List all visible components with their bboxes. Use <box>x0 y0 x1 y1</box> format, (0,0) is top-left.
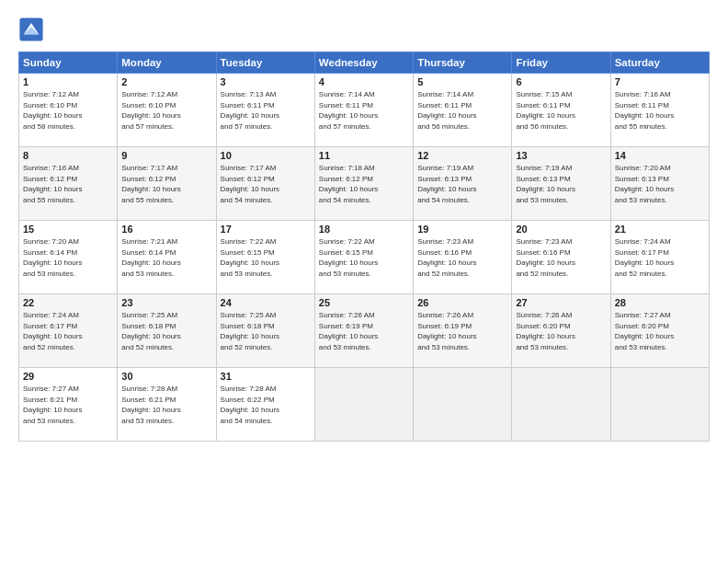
day-number: 29 <box>23 371 113 382</box>
day-info: Sunrise: 7:25 AM Sunset: 6:18 PM Dayligh… <box>221 310 311 352</box>
logo <box>18 17 48 42</box>
day-info: Sunrise: 7:17 AM Sunset: 6:12 PM Dayligh… <box>221 163 311 205</box>
calendar-cell: 16Sunrise: 7:21 AM Sunset: 6:14 PM Dayli… <box>118 221 216 294</box>
day-number: 21 <box>615 224 705 235</box>
calendar-week-row: 1Sunrise: 7:12 AM Sunset: 6:10 PM Daylig… <box>19 74 710 147</box>
calendar-cell: 11Sunrise: 7:18 AM Sunset: 6:12 PM Dayli… <box>314 147 413 221</box>
day-info: Sunrise: 7:26 AM Sunset: 6:20 PM Dayligh… <box>516 310 606 352</box>
header <box>18 17 710 42</box>
day-info: Sunrise: 7:14 AM Sunset: 6:11 PM Dayligh… <box>417 89 507 132</box>
calendar-cell: 3Sunrise: 7:13 AM Sunset: 6:11 PM Daylig… <box>216 74 314 147</box>
day-info: Sunrise: 7:15 AM Sunset: 6:11 PM Dayligh… <box>516 89 606 132</box>
calendar-cell: 8Sunrise: 7:16 AM Sunset: 6:12 PM Daylig… <box>19 147 118 221</box>
day-number: 25 <box>319 297 409 308</box>
day-number: 13 <box>516 150 606 161</box>
calendar-week-row: 22Sunrise: 7:24 AM Sunset: 6:17 PM Dayli… <box>19 294 710 368</box>
page: SundayMondayTuesdayWednesdayThursdayFrid… <box>0 0 728 563</box>
calendar-cell: 7Sunrise: 7:16 AM Sunset: 6:11 PM Daylig… <box>610 74 709 147</box>
day-info: Sunrise: 7:13 AM Sunset: 6:11 PM Dayligh… <box>221 89 311 132</box>
day-info: Sunrise: 7:21 AM Sunset: 6:14 PM Dayligh… <box>121 236 211 279</box>
day-number: 16 <box>121 224 211 235</box>
day-number: 31 <box>221 371 311 382</box>
day-number: 11 <box>319 150 409 161</box>
day-number: 9 <box>121 150 211 161</box>
day-number: 17 <box>221 224 311 235</box>
calendar-cell: 4Sunrise: 7:14 AM Sunset: 6:11 PM Daylig… <box>314 74 413 147</box>
calendar-cell: 20Sunrise: 7:23 AM Sunset: 6:16 PM Dayli… <box>512 221 610 294</box>
calendar-cell: 31Sunrise: 7:28 AM Sunset: 6:22 PM Dayli… <box>216 368 314 442</box>
calendar-header-wednesday: Wednesday <box>314 52 413 74</box>
day-info: Sunrise: 7:12 AM Sunset: 6:10 PM Dayligh… <box>121 89 211 132</box>
day-info: Sunrise: 7:26 AM Sunset: 6:19 PM Dayligh… <box>417 310 507 352</box>
calendar-week-row: 8Sunrise: 7:16 AM Sunset: 6:12 PM Daylig… <box>19 147 710 221</box>
day-info: Sunrise: 7:19 AM Sunset: 6:13 PM Dayligh… <box>417 163 507 205</box>
calendar-header-tuesday: Tuesday <box>216 52 314 74</box>
day-info: Sunrise: 7:20 AM Sunset: 6:13 PM Dayligh… <box>615 163 705 205</box>
day-info: Sunrise: 7:22 AM Sunset: 6:15 PM Dayligh… <box>221 236 311 279</box>
day-info: Sunrise: 7:20 AM Sunset: 6:14 PM Dayligh… <box>23 236 113 279</box>
day-number: 12 <box>417 150 507 161</box>
day-number: 28 <box>615 297 705 308</box>
calendar-week-row: 15Sunrise: 7:20 AM Sunset: 6:14 PM Dayli… <box>19 221 710 294</box>
day-number: 6 <box>516 76 606 87</box>
day-number: 15 <box>23 224 113 235</box>
day-number: 19 <box>417 224 507 235</box>
calendar-cell <box>314 368 413 442</box>
day-info: Sunrise: 7:27 AM Sunset: 6:20 PM Dayligh… <box>615 310 705 352</box>
day-info: Sunrise: 7:24 AM Sunset: 6:17 PM Dayligh… <box>23 310 113 352</box>
day-info: Sunrise: 7:27 AM Sunset: 6:21 PM Dayligh… <box>23 384 113 426</box>
calendar-cell: 23Sunrise: 7:25 AM Sunset: 6:18 PM Dayli… <box>118 294 216 368</box>
day-info: Sunrise: 7:14 AM Sunset: 6:11 PM Dayligh… <box>319 89 409 132</box>
calendar-cell: 29Sunrise: 7:27 AM Sunset: 6:21 PM Dayli… <box>19 368 118 442</box>
day-info: Sunrise: 7:28 AM Sunset: 6:22 PM Dayligh… <box>221 384 311 426</box>
day-number: 3 <box>221 76 311 87</box>
calendar-cell: 5Sunrise: 7:14 AM Sunset: 6:11 PM Daylig… <box>414 74 512 147</box>
day-number: 18 <box>319 224 409 235</box>
day-number: 26 <box>417 297 507 308</box>
day-number: 27 <box>516 297 606 308</box>
day-number: 30 <box>121 371 211 382</box>
day-number: 14 <box>615 150 705 161</box>
calendar-cell: 18Sunrise: 7:22 AM Sunset: 6:15 PM Dayli… <box>314 221 413 294</box>
day-info: Sunrise: 7:25 AM Sunset: 6:18 PM Dayligh… <box>121 310 211 352</box>
day-info: Sunrise: 7:12 AM Sunset: 6:10 PM Dayligh… <box>23 89 113 132</box>
calendar-header-monday: Monday <box>118 52 216 74</box>
calendar-cell: 24Sunrise: 7:25 AM Sunset: 6:18 PM Dayli… <box>216 294 314 368</box>
calendar-cell: 12Sunrise: 7:19 AM Sunset: 6:13 PM Dayli… <box>414 147 512 221</box>
day-number: 8 <box>23 150 113 161</box>
day-info: Sunrise: 7:28 AM Sunset: 6:21 PM Dayligh… <box>121 384 211 426</box>
day-number: 24 <box>221 297 311 308</box>
day-number: 10 <box>221 150 311 161</box>
calendar-cell: 6Sunrise: 7:15 AM Sunset: 6:11 PM Daylig… <box>512 74 610 147</box>
calendar-header-friday: Friday <box>512 52 610 74</box>
day-info: Sunrise: 7:16 AM Sunset: 6:12 PM Dayligh… <box>23 163 113 205</box>
day-info: Sunrise: 7:18 AM Sunset: 6:12 PM Dayligh… <box>319 163 409 205</box>
day-info: Sunrise: 7:23 AM Sunset: 6:16 PM Dayligh… <box>516 236 606 279</box>
day-number: 20 <box>516 224 606 235</box>
calendar-cell: 1Sunrise: 7:12 AM Sunset: 6:10 PM Daylig… <box>19 74 118 147</box>
calendar-cell: 21Sunrise: 7:24 AM Sunset: 6:17 PM Dayli… <box>610 221 709 294</box>
calendar-cell: 28Sunrise: 7:27 AM Sunset: 6:20 PM Dayli… <box>610 294 709 368</box>
day-info: Sunrise: 7:22 AM Sunset: 6:15 PM Dayligh… <box>319 236 409 279</box>
calendar-cell: 2Sunrise: 7:12 AM Sunset: 6:10 PM Daylig… <box>118 74 216 147</box>
calendar-cell <box>414 368 512 442</box>
calendar-cell: 17Sunrise: 7:22 AM Sunset: 6:15 PM Dayli… <box>216 221 314 294</box>
day-info: Sunrise: 7:16 AM Sunset: 6:11 PM Dayligh… <box>615 89 705 132</box>
calendar-cell: 30Sunrise: 7:28 AM Sunset: 6:21 PM Dayli… <box>118 368 216 442</box>
calendar-header-row: SundayMondayTuesdayWednesdayThursdayFrid… <box>19 52 710 74</box>
calendar-cell: 27Sunrise: 7:26 AM Sunset: 6:20 PM Dayli… <box>512 294 610 368</box>
calendar-header-saturday: Saturday <box>610 52 709 74</box>
calendar-header-thursday: Thursday <box>414 52 512 74</box>
calendar-cell: 25Sunrise: 7:26 AM Sunset: 6:19 PM Dayli… <box>314 294 413 368</box>
calendar-cell: 13Sunrise: 7:19 AM Sunset: 6:13 PM Dayli… <box>512 147 610 221</box>
calendar-cell <box>610 368 709 442</box>
calendar-cell: 14Sunrise: 7:20 AM Sunset: 6:13 PM Dayli… <box>610 147 709 221</box>
day-number: 4 <box>319 76 409 87</box>
calendar-cell: 10Sunrise: 7:17 AM Sunset: 6:12 PM Dayli… <box>216 147 314 221</box>
calendar-cell: 26Sunrise: 7:26 AM Sunset: 6:19 PM Dayli… <box>414 294 512 368</box>
day-info: Sunrise: 7:26 AM Sunset: 6:19 PM Dayligh… <box>319 310 409 352</box>
day-info: Sunrise: 7:17 AM Sunset: 6:12 PM Dayligh… <box>121 163 211 205</box>
calendar-week-row: 29Sunrise: 7:27 AM Sunset: 6:21 PM Dayli… <box>19 368 710 442</box>
calendar-cell: 9Sunrise: 7:17 AM Sunset: 6:12 PM Daylig… <box>118 147 216 221</box>
day-number: 7 <box>615 76 705 87</box>
